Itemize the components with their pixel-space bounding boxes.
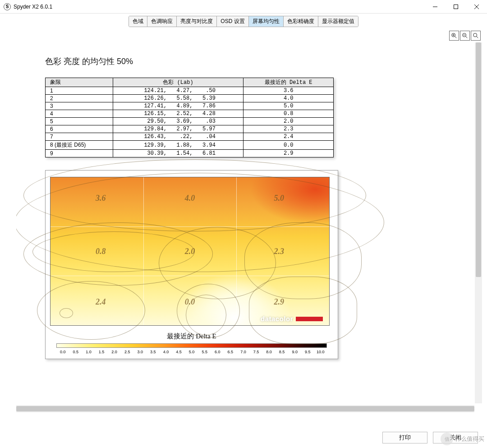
heatmap: datacolor 3.64.05.00.82.02.32.40.02.9 [50,177,330,326]
legend-ticks: 0.00.51.01.52.02.53.03.54.04.55.05.56.06… [56,350,327,354]
heatmap-panel: datacolor 3.64.05.00.82.02.32.40.02.9 最接… [45,170,338,359]
table-row: 8 (最接近 D65) 129.39, 1.88, 3.940.0 [46,141,334,150]
heatmap-value: 0.8 [96,247,106,256]
heatmap-value: 0.0 [185,297,195,306]
tab-2[interactable]: 亮度与对比度 [177,16,217,27]
brand-text: datacolor [261,315,293,323]
report-page: 色彩 亮度 的均匀性 50% 象限 色彩 (Lab) 最接近的 Delta E … [16,42,454,368]
watermark-badge: 值 [441,433,453,445]
legend-tick: 4.5 [172,350,185,354]
heatmap-value: 2.4 [96,297,106,306]
cell-delta-e: 3.6 [244,87,334,95]
svg-rect-0 [454,5,458,9]
tab-6[interactable]: 显示器额定值 [318,16,358,27]
tab-4[interactable]: 屏幕均匀性 [249,16,284,27]
minimize-button[interactable] [425,0,446,14]
cell-lab: 129.84, 2.97, 5.97 [113,125,244,133]
table-row: 5 29.50, 3.69, .032.0 [46,118,334,125]
legend-tick: 2.0 [108,350,121,354]
tab-3[interactable]: OSD 设置 [217,16,248,27]
cell-quadrant: 2 [46,95,113,102]
close-button[interactable] [466,0,487,14]
tab-0[interactable]: 色域 [129,16,147,27]
table-row: 9 30.39, 1.54, 6.812.9 [46,150,334,157]
heatmap-value: 3.6 [96,193,106,203]
cell-lab: 127.41, 4.89, 7.86 [113,102,244,110]
uniformity-table: 象限 色彩 (Lab) 最接近的 Delta E 1 124.21, 4.27,… [45,78,334,157]
page-title: 色彩 亮度 的均匀性 50% [45,56,425,67]
cell-quadrant: 6 [46,125,113,133]
legend-tick: 0.5 [69,350,83,354]
heatmap-value: 2.0 [185,247,195,256]
watermark: 值 什么值得买 [441,433,484,445]
legend-tick: 9.5 [301,350,314,354]
table-row: 1 124.21, 4.27, .503.6 [46,87,334,95]
cell-delta-e: 0.8 [244,110,334,118]
zoom-in-icon[interactable] [449,31,459,41]
header-delta-e: 最接近的 Delta E [244,78,334,87]
heatmap-value: 2.3 [274,247,285,256]
cell-delta-e: 4.0 [244,95,334,102]
cell-delta-e: 2.4 [244,133,334,141]
legend-tick: 6.0 [211,350,224,354]
legend-title: 最接近的 Delta E [50,332,333,341]
cell-delta-e: 2.0 [244,118,334,125]
legend-tick: 9.0 [288,350,301,354]
legend-tick: 7.0 [237,350,250,354]
legend-tick: 3.5 [147,350,160,354]
cell-lab: 126.26, 5.58, 5.39 [113,95,244,102]
legend-tick: 1.0 [82,350,95,354]
table-row: 6 129.84, 2.97, 5.972.3 [46,125,334,133]
maximize-button[interactable] [446,0,466,14]
cell-lab: 129.39, 1.88, 3.94 [113,141,244,150]
legend-tick: 5.0 [185,350,198,354]
cell-delta-e: 5.0 [244,102,334,110]
cell-delta-e: 2.9 [244,150,334,157]
cell-quadrant: 7 [46,133,113,141]
table-row: 2 126.26, 5.58, 5.394.0 [46,95,334,102]
table-row: 7 126.43, .22, .042.4 [46,133,334,141]
tab-strip: 色域色调响应亮度与对比度OSD 设置屏幕均匀性色彩精确度显示器额定值 [0,14,487,26]
legend-tick: 8.0 [262,350,276,354]
vertical-scrollbar[interactable] [475,42,482,403]
cell-quadrant: 8 (最接近 D65) [46,141,113,150]
zoom-out-icon[interactable] [460,31,470,41]
cell-delta-e: 2.3 [244,125,334,133]
zoom-reset-icon[interactable] [471,31,481,41]
window-title: Spyder X2 6.0.1 [14,4,52,10]
window-controls [425,0,487,14]
header-quadrant: 象限 [46,78,113,87]
tab-1[interactable]: 色调响应 [147,16,177,27]
app-icon: S [4,3,11,10]
zoom-toolbar [0,29,487,42]
legend-tick: 4.0 [160,350,173,354]
cell-lab: 126.43, .22, .04 [113,133,244,141]
heatmap-value: 5.0 [274,193,285,203]
cell-delta-e: 0.0 [244,141,334,150]
legend-tick: 10.0 [314,350,327,354]
cell-quadrant: 9 [46,150,113,157]
cell-quadrant: 5 [46,118,113,125]
cell-lab: 124.21, 4.27, .50 [113,87,244,95]
legend-tick: 5.5 [198,350,211,354]
tab-5[interactable]: 色彩精确度 [284,16,318,27]
legend-colorbar [56,343,327,348]
legend-tick: 2.5 [121,350,134,354]
svg-point-3 [473,33,477,37]
horizontal-scrollbar[interactable] [16,405,474,412]
table-row: 4 126.15, 2.52, 4.280.8 [46,110,334,118]
brand-logo: datacolor [261,315,323,323]
legend-tick: 1.5 [95,350,108,354]
legend-tick: 8.5 [276,350,289,354]
heatmap-value: 4.0 [185,193,195,203]
cell-quadrant: 4 [46,110,113,118]
watermark-text: 什么值得买 [455,435,484,443]
brand-bar-icon [296,317,323,321]
cell-quadrant: 3 [46,102,113,110]
legend-tick: 0.0 [56,350,69,354]
cell-lab: 126.15, 2.52, 4.28 [113,110,244,118]
cell-lab: 29.50, 3.69, .03 [113,118,244,125]
heatmap-value: 2.9 [274,297,285,306]
titlebar: S Spyder X2 6.0.1 [0,0,487,14]
print-button[interactable]: 打印 [382,432,427,443]
